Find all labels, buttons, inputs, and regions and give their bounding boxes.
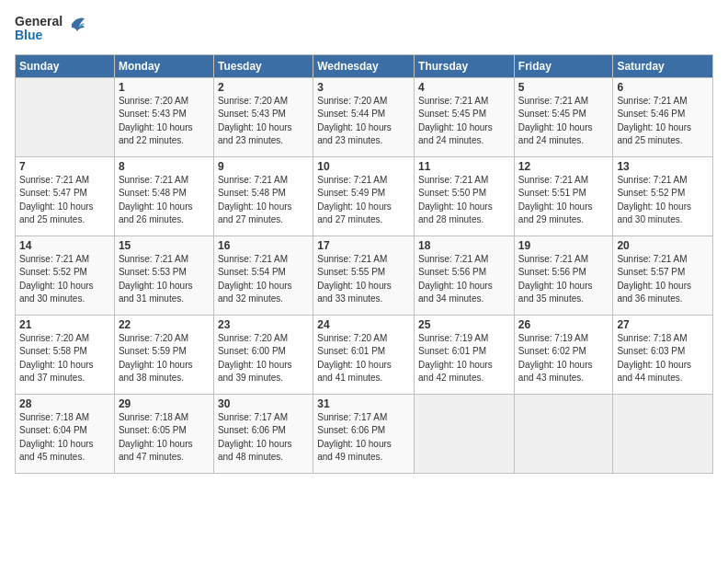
day-number: 23 [218,318,309,331]
logo-general: General [15,15,63,29]
day-number: 14 [19,239,110,252]
day-number: 30 [218,397,309,410]
logo-bird-icon [64,15,85,42]
calendar-cell: 10Sunrise: 7:21 AMSunset: 5:49 PMDayligh… [313,156,415,236]
calendar-cell: 14Sunrise: 7:21 AMSunset: 5:52 PMDayligh… [16,236,115,315]
day-info: Sunrise: 7:19 AMSunset: 6:02 PMDaylight:… [518,332,609,385]
day-number: 1 [119,81,210,94]
calendar-cell: 21Sunrise: 7:20 AMSunset: 5:58 PMDayligh… [16,315,115,394]
day-info: Sunrise: 7:21 AMSunset: 5:56 PMDaylight:… [518,253,609,306]
day-info: Sunrise: 7:21 AMSunset: 5:48 PMDaylight:… [119,174,210,227]
calendar-cell: 1Sunrise: 7:20 AMSunset: 5:43 PMDaylight… [114,77,213,156]
calendar-week-row: 28Sunrise: 7:18 AMSunset: 6:04 PMDayligh… [16,394,713,473]
day-info: Sunrise: 7:21 AMSunset: 5:53 PMDaylight:… [119,253,210,306]
calendar-cell: 22Sunrise: 7:20 AMSunset: 5:59 PMDayligh… [114,315,213,394]
day-number: 9 [218,160,309,173]
day-number: 25 [418,318,510,331]
day-number: 12 [518,160,609,173]
day-info: Sunrise: 7:21 AMSunset: 5:48 PMDaylight:… [218,174,309,227]
day-number: 26 [518,318,609,331]
day-number: 19 [518,239,609,252]
calendar-cell: 31Sunrise: 7:17 AMSunset: 6:06 PMDayligh… [313,394,415,473]
day-number: 4 [418,81,510,94]
calendar-cell [415,394,515,473]
day-number: 29 [119,397,210,410]
calendar-week-row: 21Sunrise: 7:20 AMSunset: 5:58 PMDayligh… [16,315,713,394]
calendar-cell: 2Sunrise: 7:20 AMSunset: 5:43 PMDaylight… [213,77,313,156]
day-number: 8 [119,160,210,173]
day-info: Sunrise: 7:21 AMSunset: 5:52 PMDaylight:… [617,174,709,227]
day-number: 15 [119,239,210,252]
day-info: Sunrise: 7:20 AMSunset: 6:01 PMDaylight:… [317,332,410,385]
day-info: Sunrise: 7:17 AMSunset: 6:06 PMDaylight:… [218,411,309,465]
day-number: 21 [19,318,110,331]
calendar-cell: 23Sunrise: 7:20 AMSunset: 6:00 PMDayligh… [213,315,313,394]
logo: General Blue [15,15,85,43]
day-info: Sunrise: 7:21 AMSunset: 5:57 PMDaylight:… [617,253,709,306]
calendar-cell: 25Sunrise: 7:19 AMSunset: 6:01 PMDayligh… [415,315,515,394]
day-info: Sunrise: 7:21 AMSunset: 5:45 PMDaylight:… [518,95,609,148]
calendar-cell: 16Sunrise: 7:21 AMSunset: 5:54 PMDayligh… [213,236,313,315]
day-info: Sunrise: 7:20 AMSunset: 6:00 PMDaylight:… [218,332,309,385]
day-info: Sunrise: 7:18 AMSunset: 6:04 PMDaylight:… [19,411,110,465]
day-number: 24 [317,318,410,331]
day-number: 5 [518,81,609,94]
day-info: Sunrise: 7:21 AMSunset: 5:52 PMDaylight:… [19,253,110,306]
day-info: Sunrise: 7:21 AMSunset: 5:54 PMDaylight:… [218,253,309,306]
day-info: Sunrise: 7:17 AMSunset: 6:06 PMDaylight:… [317,411,410,465]
calendar-cell: 13Sunrise: 7:21 AMSunset: 5:52 PMDayligh… [613,156,713,236]
day-info: Sunrise: 7:21 AMSunset: 5:55 PMDaylight:… [317,253,410,306]
day-info: Sunrise: 7:20 AMSunset: 5:43 PMDaylight:… [218,95,309,148]
day-info: Sunrise: 7:18 AMSunset: 6:03 PMDaylight:… [617,332,709,385]
day-info: Sunrise: 7:21 AMSunset: 5:47 PMDaylight:… [19,174,110,227]
day-info: Sunrise: 7:21 AMSunset: 5:51 PMDaylight:… [518,174,609,227]
day-info: Sunrise: 7:20 AMSunset: 5:44 PMDaylight:… [317,95,410,148]
day-number: 6 [617,81,709,94]
day-number: 28 [19,397,110,410]
day-number: 10 [317,160,410,173]
calendar-cell: 24Sunrise: 7:20 AMSunset: 6:01 PMDayligh… [313,315,415,394]
day-number: 27 [617,318,709,331]
weekday-header-sunday: Sunday [16,54,115,77]
calendar-cell: 6Sunrise: 7:21 AMSunset: 5:46 PMDaylight… [613,77,713,156]
day-number: 31 [317,397,410,410]
calendar-cell [613,394,713,473]
calendar-header-row: SundayMondayTuesdayWednesdayThursdayFrid… [16,54,713,77]
calendar-cell: 3Sunrise: 7:20 AMSunset: 5:44 PMDaylight… [313,77,415,156]
weekday-header-saturday: Saturday [613,54,713,77]
day-number: 22 [119,318,210,331]
day-number: 20 [617,239,709,252]
logo-blue: Blue [15,29,63,42]
day-number: 3 [317,81,410,94]
page-container: General Blue SundayMondayTuesdayWednesda… [0,0,728,481]
day-number: 16 [218,239,309,252]
weekday-header-tuesday: Tuesday [213,54,313,77]
day-info: Sunrise: 7:21 AMSunset: 5:45 PMDaylight:… [418,95,510,148]
calendar-cell [514,394,613,473]
calendar-week-row: 1Sunrise: 7:20 AMSunset: 5:43 PMDaylight… [16,77,713,156]
calendar-cell: 7Sunrise: 7:21 AMSunset: 5:47 PMDaylight… [16,156,115,236]
calendar-cell: 12Sunrise: 7:21 AMSunset: 5:51 PMDayligh… [514,156,613,236]
weekday-header-wednesday: Wednesday [313,54,415,77]
day-info: Sunrise: 7:18 AMSunset: 6:05 PMDaylight:… [119,411,210,465]
calendar-cell: 9Sunrise: 7:21 AMSunset: 5:48 PMDaylight… [213,156,313,236]
weekday-header-friday: Friday [514,54,613,77]
day-number: 11 [418,160,510,173]
weekday-header-thursday: Thursday [415,54,515,77]
calendar-cell: 20Sunrise: 7:21 AMSunset: 5:57 PMDayligh… [613,236,713,315]
calendar-cell: 4Sunrise: 7:21 AMSunset: 5:45 PMDaylight… [415,77,515,156]
calendar-cell: 5Sunrise: 7:21 AMSunset: 5:45 PMDaylight… [514,77,613,156]
calendar-cell: 11Sunrise: 7:21 AMSunset: 5:50 PMDayligh… [415,156,515,236]
day-info: Sunrise: 7:21 AMSunset: 5:49 PMDaylight:… [317,174,410,227]
calendar-week-row: 7Sunrise: 7:21 AMSunset: 5:47 PMDaylight… [16,156,713,236]
day-info: Sunrise: 7:20 AMSunset: 5:58 PMDaylight:… [19,332,110,385]
header: General Blue [15,15,713,43]
calendar-week-row: 14Sunrise: 7:21 AMSunset: 5:52 PMDayligh… [16,236,713,315]
calendar-cell: 28Sunrise: 7:18 AMSunset: 6:04 PMDayligh… [16,394,115,473]
weekday-header-monday: Monday [114,54,213,77]
calendar-table: SundayMondayTuesdayWednesdayThursdayFrid… [15,54,713,474]
day-number: 17 [317,239,410,252]
day-number: 13 [617,160,709,173]
day-info: Sunrise: 7:19 AMSunset: 6:01 PMDaylight:… [418,332,510,385]
day-info: Sunrise: 7:20 AMSunset: 5:59 PMDaylight:… [119,332,210,385]
